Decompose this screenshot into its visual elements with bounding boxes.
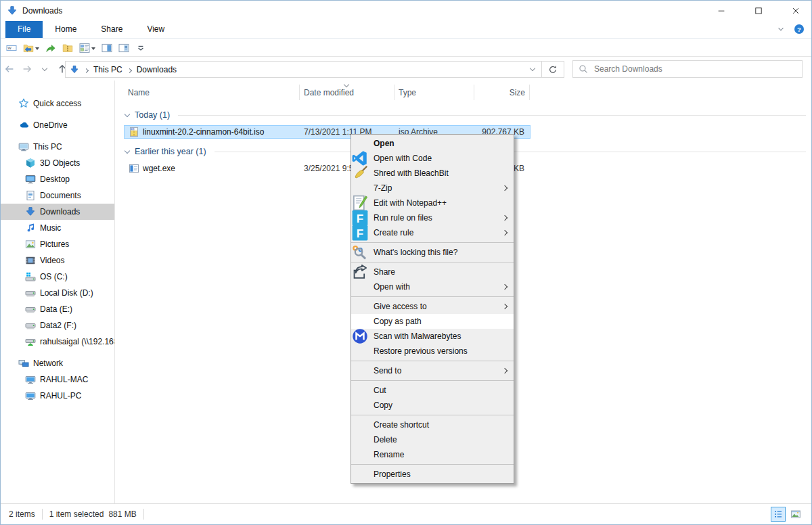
network-drive-icon — [25, 336, 36, 347]
menu-item-copy[interactable]: Copy — [351, 398, 514, 413]
menu-item-copy-as-path[interactable]: Copy as path — [351, 314, 514, 329]
column-header-date-modified[interactable]: Date modified — [300, 85, 394, 100]
menu-item-cut[interactable]: Cut — [351, 383, 514, 398]
selection-size: 881 MB — [108, 509, 136, 519]
sidebar-item-rahul-pc[interactable]: RAHUL-PC — [1, 388, 114, 404]
details-pane-button[interactable] — [118, 43, 129, 53]
malwarebytes-icon — [351, 327, 369, 345]
menu-item-share[interactable]: Share — [351, 265, 514, 279]
menu-item-properties[interactable]: Properties — [351, 467, 514, 482]
statusbar-divider — [143, 509, 144, 520]
menu-item-scan-with-malwarebytes[interactable]: Scan with Malwarebytes — [351, 329, 514, 344]
breadcrumb-segment-downloads[interactable]: Downloads — [137, 65, 177, 74]
sidebar-item-desktop[interactable]: Desktop — [1, 171, 114, 187]
address-dropdown-button[interactable] — [524, 62, 541, 77]
qat-menu-button[interactable] — [135, 43, 146, 53]
menu-item-label: Open — [369, 139, 509, 148]
menu-item-shred-with-bleachbit[interactable]: Shred with BleachBit — [351, 166, 514, 181]
sidebar-item-label: Network — [33, 359, 63, 368]
sidebar-item-label: Downloads — [40, 207, 80, 216]
menu-item-label: Copy as path — [369, 317, 509, 326]
sidebar-item-rahul-mac[interactable]: RAHUL-MAC — [1, 371, 114, 388]
sidebar-item-data2-f[interactable]: Data2 (F:) — [1, 317, 114, 334]
menu-item-create-shortcut[interactable]: Create shortcut — [351, 417, 514, 432]
menu-item-restore-previous-versions[interactable]: Restore previous versions — [351, 344, 514, 359]
help-button[interactable]: ? — [794, 24, 805, 35]
search-input[interactable] — [594, 64, 796, 74]
column-header-type[interactable]: Type — [394, 85, 474, 100]
sidebar-item-data-e[interactable]: Data (E:) — [1, 301, 114, 317]
maximize-button[interactable] — [743, 1, 774, 21]
menu-item-run-rule-on-files[interactable]: FRun rule on files — [351, 210, 514, 225]
breadcrumb-segment-this-pc[interactable]: This PC — [93, 65, 122, 74]
menu-item-give-access-to[interactable]: Give access to — [351, 299, 514, 314]
menu-item-edit-with-notepad[interactable]: Edit with Notepad++ — [351, 196, 514, 210]
sidebar-item-local-disk-d[interactable]: Local Disk (D:) — [1, 285, 114, 301]
tab-view[interactable]: View — [135, 21, 177, 38]
sidebar-item-music[interactable]: Music — [1, 220, 114, 236]
thumbnail-view-button[interactable] — [788, 507, 803, 522]
menu-item-label: Run rule on files — [369, 213, 503, 223]
move-to-button[interactable] — [23, 43, 39, 53]
search-box[interactable] — [572, 60, 803, 78]
menu-item-7-zip[interactable]: 7-Zip — [351, 181, 514, 196]
menu-item-open-with-code[interactable]: Open with Code — [351, 151, 514, 166]
menu-item-what-s-locking-this-file[interactable]: What's locking this file? — [351, 245, 514, 260]
sidebar-item-downloads[interactable]: Downloads — [1, 204, 114, 220]
menu-separator — [351, 242, 514, 243]
sidebar-item-pictures[interactable]: Pictures — [1, 236, 114, 252]
refresh-button[interactable] — [542, 61, 564, 78]
sidebar-item-videos[interactable]: Videos — [1, 252, 114, 269]
breadcrumb-chevron-icon — [84, 68, 89, 72]
sidebar-item-network[interactable]: Network — [1, 355, 114, 371]
change-view-button[interactable] — [79, 43, 95, 53]
preview-pane-button[interactable] — [102, 43, 112, 53]
group-header-today-1[interactable]: Today (1) — [124, 108, 806, 122]
details-view-button[interactable] — [771, 507, 786, 522]
group-rule — [178, 115, 806, 116]
minimize-button[interactable] — [706, 1, 737, 21]
sidebar-item-label: OneDrive — [33, 120, 68, 130]
close-button[interactable] — [780, 1, 811, 21]
sidebar-item-documents[interactable]: Documents — [1, 187, 114, 204]
rename-button[interactable]: W — [6, 43, 17, 53]
menu-item-rename[interactable]: Rename — [351, 447, 514, 462]
menu-item-open-with[interactable]: Open with — [351, 279, 514, 294]
drive-icon — [25, 288, 36, 298]
back-button[interactable] — [1, 64, 18, 74]
tab-share[interactable]: Share — [89, 21, 135, 38]
downloads-icon — [25, 206, 36, 217]
menu-item-label: Create rule — [369, 228, 503, 237]
share-send-button[interactable] — [45, 43, 56, 53]
menu-separator — [351, 464, 514, 465]
extract-icon — [62, 43, 73, 53]
sidebar-item-3d-objects[interactable]: 3D Objects — [1, 155, 114, 171]
menu-item-delete[interactable]: Delete — [351, 432, 514, 447]
extract-button[interactable] — [62, 43, 73, 53]
menu-item-open[interactable]: Open — [351, 136, 514, 151]
menu-separator — [351, 296, 514, 297]
menu-item-label: Open with Code — [369, 154, 509, 163]
sidebar-item-label: rahulsaigal (\\192.168 — [40, 337, 115, 346]
address-bar[interactable]: This PCDownloads — [65, 61, 542, 78]
menu-item-create-rule[interactable]: FCreate rule — [351, 225, 514, 240]
tab-home[interactable]: Home — [43, 21, 89, 38]
sidebar-item-rahulsaigal-192-168[interactable]: rahulsaigal (\\192.168 — [1, 334, 114, 350]
minimize-ribbon-button[interactable] — [776, 24, 786, 34]
group-label: Today (1) — [135, 110, 170, 120]
sidebar-item-onedrive[interactable]: OneDrive — [1, 117, 114, 133]
recent-locations-button[interactable] — [36, 68, 53, 70]
sidebar-item-label: OS (C:) — [40, 272, 68, 281]
column-header-size[interactable]: Size — [474, 85, 530, 100]
column-header-name[interactable]: Name — [124, 85, 300, 100]
menu-separator — [351, 361, 514, 361]
details-pane-icon — [118, 43, 129, 53]
menu-item-send-to[interactable]: Send to — [351, 363, 514, 378]
submenu-arrow-icon — [502, 215, 508, 221]
sidebar-item-os-c[interactable]: OS (C:) — [1, 269, 114, 285]
forward-button[interactable] — [18, 64, 36, 74]
tab-file[interactable]: File — [5, 21, 43, 38]
sidebar-item-quick-access[interactable]: Quick access — [1, 95, 114, 112]
sidebar-item-this-pc[interactable]: This PC — [1, 139, 114, 155]
file-name: wget.exe — [125, 163, 300, 174]
